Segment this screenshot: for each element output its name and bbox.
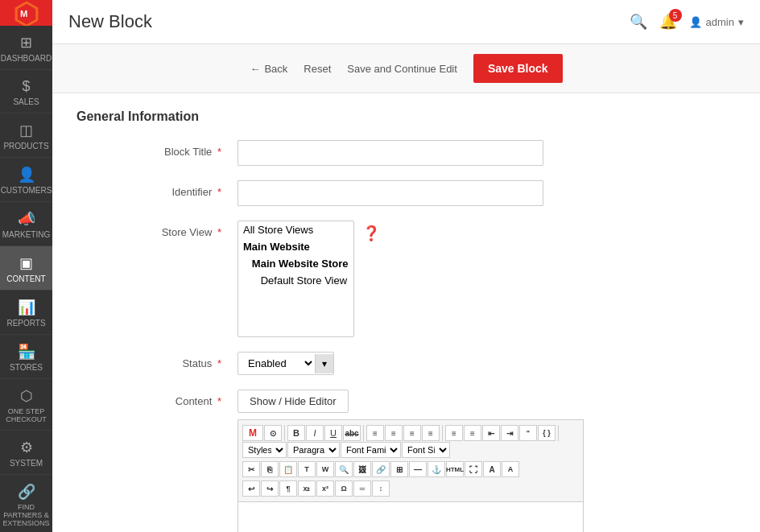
back-arrow-icon: ← <box>250 63 260 75</box>
store-view-select[interactable]: All Store Views Main Website Main Websit… <box>238 221 354 337</box>
toolbar-magento-btn[interactable]: M <box>242 425 263 441</box>
toolbar-underline-btn[interactable]: U <box>324 425 342 441</box>
toolbar-blockquote-btn[interactable]: " <box>519 425 537 441</box>
toolbar-cut-btn[interactable]: ✂ <box>242 461 260 477</box>
admin-user-menu[interactable]: 👤 admin ▾ <box>689 16 744 28</box>
sidebar-item-one-step[interactable]: ⬡ ONE STEP CHECKOUT <box>0 379 52 431</box>
search-icon[interactable]: 🔍 <box>630 13 647 31</box>
block-title-control <box>238 140 543 166</box>
editor-content-area[interactable] <box>238 502 584 532</box>
sidebar-item-reports[interactable]: 📊 REPORTS <box>0 291 52 335</box>
toolbar-paste-btn[interactable]: 📋 <box>279 461 297 477</box>
toolbar-list-ol-btn[interactable]: ≡ <box>445 425 463 441</box>
logo[interactable]: M <box>0 0 52 26</box>
styles-select[interactable]: Styles <box>242 442 287 458</box>
toolbar-bold-btn[interactable]: B <box>287 425 305 441</box>
header-actions: 🔍 🔔 5 👤 admin ▾ <box>630 13 744 31</box>
marketing-icon: 📣 <box>18 210 35 228</box>
sidebar-item-sales-label: SALES <box>13 97 39 106</box>
content-row: Content * Show / Hide Editor M ⊙ B I U <box>76 390 736 532</box>
save-continue-label: Save and Continue Edit <box>347 63 457 75</box>
toolbar-format-btn[interactable]: ¶ <box>279 480 297 497</box>
status-select[interactable]: Enabled Disabled <box>238 353 315 374</box>
toolbar-widget-btn[interactable]: ⊙ <box>264 425 282 441</box>
toolbar-strikethrough-btn[interactable]: abc <box>343 425 361 441</box>
toolbar-bg-color-btn[interactable]: A <box>502 461 519 477</box>
toolbar-row-1: M ⊙ B I U abc ≡ ≡ ≡ ≡ ≡ ≡ <box>240 423 581 460</box>
partners-icon: 🔗 <box>18 483 35 501</box>
toolbar-link-btn[interactable]: 🔗 <box>372 461 390 477</box>
sidebar-item-customers[interactable]: 👤 CUSTOMERS <box>0 158 52 202</box>
toolbar-align-center-btn[interactable]: ≡ <box>385 425 403 441</box>
toolbar-redo-btn[interactable]: ↪ <box>261 480 279 497</box>
admin-user-icon: 👤 <box>689 16 702 28</box>
sidebar-item-products[interactable]: ◫ PRODUCTS <box>0 113 52 158</box>
toolbar-font-color-btn[interactable]: A <box>483 461 501 477</box>
back-button[interactable]: ← Back <box>250 63 287 75</box>
reset-label: Reset <box>304 63 331 75</box>
store-view-required: * <box>217 226 221 238</box>
sidebar-item-system[interactable]: ⚙ SYSTEM <box>0 431 52 475</box>
sidebar-item-content[interactable]: ▣ CONTENT <box>0 246 52 291</box>
sidebar-item-stores[interactable]: 🏪 STORES <box>0 335 52 379</box>
font-size-select[interactable]: Font Size <box>402 442 450 458</box>
show-hide-label: Show / Hide Editor <box>250 395 337 407</box>
toolbar-undo-btn[interactable]: ↩ <box>242 480 260 497</box>
toolbar-char-btn[interactable]: Ω <box>335 480 353 497</box>
toolbar-sep-4 <box>558 425 559 441</box>
customers-icon: 👤 <box>18 166 35 184</box>
toolbar-outdent-btn[interactable]: ⇤ <box>482 425 500 441</box>
store-view-control: All Store Views Main Website Main Websit… <box>238 221 380 337</box>
content-required: * <box>217 395 221 407</box>
toolbar-align-left-btn[interactable]: ≡ <box>366 425 384 441</box>
font-family-select[interactable]: Font Family <box>341 442 401 458</box>
identifier-input[interactable] <box>238 180 543 206</box>
store-view-select-wrapper: All Store Views Main Website Main Websit… <box>238 221 354 337</box>
toolbar-fullscreen-btn[interactable]: ⛶ <box>465 461 482 477</box>
dashboard-icon: ⊞ <box>20 34 32 52</box>
toolbar-image-btn[interactable]: 🖼 <box>353 461 371 477</box>
toolbar-paste-text-btn[interactable]: T <box>298 461 316 477</box>
sidebar-item-dashboard-label: DASHBOARD <box>1 54 52 63</box>
sidebar-item-sales[interactable]: $ SALES <box>0 70 52 113</box>
toolbar-align-right-btn[interactable]: ≡ <box>403 425 421 441</box>
sidebar: M ⊞ DASHBOARD $ SALES ◫ PRODUCTS 👤 CUSTO… <box>0 0 52 532</box>
toolbar-anchor-btn[interactable]: ⚓ <box>428 461 445 477</box>
save-button[interactable]: Save Block <box>473 54 563 83</box>
toolbar-find-btn[interactable]: 🔍 <box>335 461 353 477</box>
notification-bell[interactable]: 🔔 5 <box>659 13 677 31</box>
save-continue-button[interactable]: Save and Continue Edit <box>347 63 457 75</box>
sidebar-item-partners[interactable]: 🔗 FIND PARTNERS & EXTENSIONS <box>0 475 52 532</box>
toolbar-code-btn[interactable]: { } <box>538 425 556 441</box>
sidebar-item-marketing[interactable]: 📣 MARKETING <box>0 202 52 246</box>
toolbar-paste-word-btn[interactable]: W <box>316 461 334 477</box>
toolbar-special-btn[interactable]: ↕ <box>372 480 390 497</box>
toolbar-sub-btn[interactable]: x₂ <box>298 480 316 497</box>
content-icon: ▣ <box>19 254 33 272</box>
block-title-input[interactable] <box>238 140 543 166</box>
content-control: Show / Hide Editor M ⊙ B I U abc ≡ ≡ <box>238 390 584 532</box>
toolbar-table-btn[interactable]: ⊞ <box>390 461 408 477</box>
paragraph-select[interactable]: Paragraph <box>287 442 340 458</box>
toolbar-sup-btn[interactable]: x² <box>316 480 334 497</box>
status-dropdown-button[interactable]: ▾ <box>315 354 333 373</box>
toolbar-list-ul-btn[interactable]: ≡ <box>464 425 481 441</box>
svg-text:M: M <box>20 9 27 19</box>
reset-button[interactable]: Reset <box>304 63 331 75</box>
toolbar-italic-btn[interactable]: I <box>306 425 324 441</box>
stores-icon: 🏪 <box>18 343 35 361</box>
toolbar-html-btn[interactable]: HTML <box>446 461 464 477</box>
toolbar-indent-btn[interactable]: ⇥ <box>501 425 518 441</box>
toolbar-copy-btn[interactable]: ⎘ <box>261 461 279 477</box>
show-hide-editor-button[interactable]: Show / Hide Editor <box>238 390 349 413</box>
section-title: General Information <box>76 109 736 124</box>
toolbar-sep-1 <box>284 425 285 441</box>
toolbar-rule-btn[interactable]: ═ <box>353 480 371 497</box>
sidebar-item-customers-label: CUSTOMERS <box>1 186 52 195</box>
sidebar-item-system-label: SYSTEM <box>10 459 43 468</box>
status-required: * <box>217 357 221 369</box>
toolbar-hr-btn[interactable]: — <box>409 461 427 477</box>
store-view-help-icon[interactable]: ❓ <box>362 225 380 242</box>
toolbar-align-justify-btn[interactable]: ≡ <box>422 425 440 441</box>
sidebar-item-dashboard[interactable]: ⊞ DASHBOARD <box>0 26 52 70</box>
